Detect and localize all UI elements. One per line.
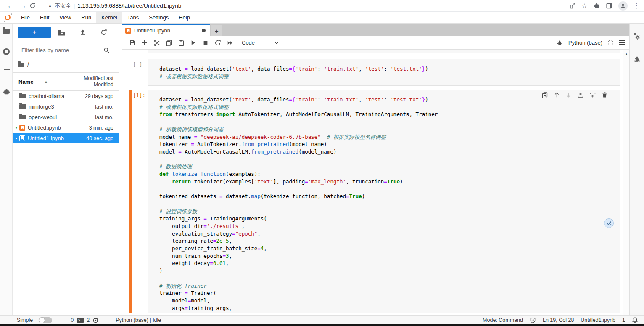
table-of-contents-tab-icon[interactable]: [3, 69, 10, 75]
cell-type-dropdown[interactable]: Code: [242, 40, 279, 46]
kernel-status-label[interactable]: Python (base) | Idle: [116, 317, 161, 323]
browser-back-icon[interactable]: ←: [4, 2, 17, 10]
code-line: training_args = TrainingArguments(: [159, 215, 615, 223]
dock-tab-bar: Untitled1.ipynb +: [122, 24, 629, 36]
partial-cell-above[interactable]: [148, 50, 620, 53]
menu-item-file[interactable]: File: [16, 12, 35, 23]
code-line: args=training_args,: [159, 305, 615, 312]
file-row[interactable]: chatbot-ollama29 days ago: [13, 91, 119, 101]
kernel-name-label[interactable]: Python (base): [568, 40, 602, 46]
interrupt-kernel-button[interactable]: [199, 40, 211, 46]
kernel-chip-icon[interactable]: [92, 317, 99, 323]
insert-cell-below-icon[interactable]: [589, 92, 596, 98]
menu-item-run[interactable]: Run: [76, 12, 96, 23]
copy-cells-button[interactable]: [163, 40, 175, 46]
simple-mode-toggle[interactable]: [39, 317, 52, 323]
browser-refresh-icon[interactable]: [29, 3, 42, 9]
file-name: Untitled1.ipynb: [28, 135, 79, 141]
share-icon[interactable]: [569, 3, 576, 9]
filter-files-input[interactable]: [21, 47, 103, 53]
duplicate-cell-icon[interactable]: [541, 92, 548, 98]
input-method-pen-button[interactable]: [604, 218, 614, 228]
insert-cell-button[interactable]: [138, 40, 150, 46]
upload-icon[interactable]: [72, 29, 93, 36]
code-line: [159, 200, 615, 208]
panel-splitter[interactable]: [119, 24, 122, 315]
menu-item-help[interactable]: Help: [174, 12, 195, 23]
active-cell-collapser[interactable]: [129, 90, 132, 313]
code-line: evaluation_strategy="epoch",: [159, 230, 615, 238]
code-editor[interactable]: dataset = load_dataset('text', data_file…: [148, 59, 620, 86]
unsaved-changes-dot[interactable]: [202, 29, 206, 32]
new-launcher-button[interactable]: +: [18, 27, 51, 38]
restart-kernel-button[interactable]: [211, 40, 224, 46]
breadcrumb-root[interactable]: /: [27, 61, 29, 68]
running-kernels-tab-icon[interactable]: [2, 48, 11, 56]
notebook-icon: [19, 125, 25, 131]
profile-avatar[interactable]: [618, 1, 628, 11]
debugger-panel-bug-icon[interactable]: [633, 56, 641, 63]
side-panel-icon[interactable]: [606, 3, 612, 9]
new-tab-button[interactable]: +: [211, 25, 222, 36]
tab-untitled1-notebook[interactable]: Untitled1.ipynb: [122, 24, 210, 36]
file-name: open-webui: [29, 114, 79, 120]
menu-item-edit[interactable]: Edit: [35, 12, 54, 23]
bookmark-star-icon[interactable]: ☆: [582, 2, 587, 10]
code-editor[interactable]: dataset = load_dataset('text', data_file…: [148, 90, 620, 313]
file-row[interactable]: ●Untitled1.ipynb40 sec. ago: [13, 133, 119, 143]
jupyter-logo: [3, 13, 13, 22]
sort-by-modified-header[interactable]: ModifiedLast Modified: [80, 74, 119, 89]
debugger-bug-icon[interactable]: [557, 40, 563, 46]
home-folder-icon[interactable]: [18, 63, 24, 67]
sort-by-name-header[interactable]: Name ▲: [13, 74, 80, 89]
delete-cell-trash-icon[interactable]: [602, 92, 608, 98]
active-file-label[interactable]: Untitled1.ipynb: [581, 317, 615, 323]
file-row[interactable]: miniforge3last mo.: [13, 101, 119, 112]
file-modified: 3 min. ago: [79, 125, 119, 131]
code-line: output_dir='./results',: [159, 223, 615, 230]
extension-manager-tab-icon[interactable]: [3, 88, 10, 95]
menu-item-kernel[interactable]: Kernel: [96, 12, 122, 23]
extensions-puzzle-icon[interactable]: [593, 3, 600, 9]
property-inspector-gears-icon[interactable]: [633, 32, 641, 40]
url-text: 1.13.195.59:6888/lab/tree/Untitled1.ipyn…: [77, 3, 181, 9]
code-line: model_name = "deepseek-ai/deepseek-coder…: [159, 133, 615, 141]
scroll-up-arrow-icon[interactable]: ▲: [623, 52, 629, 56]
cut-cells-button[interactable]: [150, 40, 163, 46]
cursor-position-label[interactable]: Ln 19, Col 28: [543, 317, 574, 323]
code-line: per_device_train_batch_size=4,: [159, 245, 615, 252]
kernel-running-dot: ●: [13, 133, 19, 143]
file-row[interactable]: open-webuilast mo.: [13, 112, 119, 122]
notebook-mode-label[interactable]: Mode: Command: [483, 317, 523, 323]
browser-menu-kebab-icon[interactable]: ⋮: [633, 2, 640, 10]
trust-shield-icon[interactable]: [530, 317, 536, 323]
move-cell-up-icon[interactable]: [554, 92, 560, 98]
paste-cells-button[interactable]: [175, 40, 187, 46]
code-cell-1: [ ]: dataset = load_dataset('text', data…: [122, 59, 623, 86]
code-line: trainer = Trainer(: [159, 289, 615, 297]
terminal-icon[interactable]: $_: [77, 318, 84, 323]
address-bar[interactable]: ▲ 不安全 | 1.13.195.59:6888/lab/tree/Untitl…: [48, 2, 569, 10]
save-button[interactable]: [126, 40, 138, 46]
menu-item-settings[interactable]: Settings: [144, 12, 174, 23]
security-label: 不安全: [55, 2, 71, 10]
move-cell-down-icon[interactable]: [565, 92, 572, 98]
kernel-status-icon[interactable]: [608, 40, 613, 45]
menu-item-tabs[interactable]: Tabs: [122, 12, 144, 23]
file-browser-tab-icon[interactable]: [3, 29, 10, 35]
sort-ascending-icon: ▲: [44, 80, 48, 84]
execution-prompt: [ ]:: [122, 61, 145, 68]
browser-forward-icon[interactable]: →: [17, 2, 29, 10]
notification-bell-icon[interactable]: [632, 317, 638, 323]
notebook-scrollbar[interactable]: ▲: [623, 50, 629, 315]
code-line: from transformers import AutoTokenizer, …: [159, 111, 615, 118]
status-bar: Simple 0 $_ 2 Python (base) | Idle Mode:…: [0, 315, 644, 324]
run-cell-button[interactable]: [187, 40, 199, 46]
insert-cell-above-icon[interactable]: [577, 92, 584, 98]
refresh-file-list-icon[interactable]: [93, 29, 114, 36]
new-folder-icon[interactable]: [51, 29, 72, 36]
menu-item-view[interactable]: View: [54, 12, 76, 23]
restart-run-all-button[interactable]: [224, 40, 236, 46]
file-row[interactable]: ●Untitled.ipynb3 min. ago: [13, 122, 119, 133]
toolbar-menu-icon[interactable]: [619, 40, 625, 45]
